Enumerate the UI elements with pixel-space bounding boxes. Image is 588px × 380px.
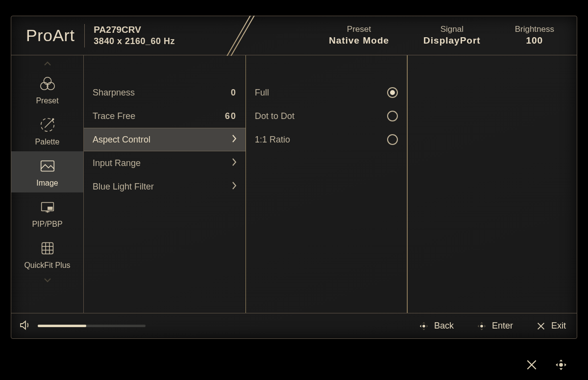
volume-slider[interactable] — [38, 325, 146, 327]
grid-icon — [38, 238, 57, 258]
setting-label: Sharpness — [93, 88, 215, 98]
settings-columns: Sharpness 0 Trace Free 60 Aspect Control… — [84, 55, 577, 313]
joystick-enter-icon — [476, 321, 487, 332]
option-1-1-ratio[interactable]: 1:1 Ratio — [246, 128, 407, 151]
setting-value: 60 — [215, 111, 237, 121]
radio-icon — [387, 134, 398, 145]
sidebar-item-label: Image — [36, 179, 58, 188]
osd-body: Preset Palette Image PIP/PBP — [11, 55, 577, 313]
setting-input-range[interactable]: Input Range — [84, 151, 245, 175]
header-divider — [84, 24, 85, 48]
enter-button[interactable]: Enter — [476, 321, 513, 332]
close-icon — [536, 321, 546, 332]
status-label: Preset — [347, 24, 371, 35]
option-label: Full — [255, 88, 387, 98]
chevron-up-icon — [44, 61, 51, 66]
status-label: Brightness — [515, 24, 554, 35]
sidebar-scroll-down[interactable] — [11, 275, 83, 285]
chevron-down-icon — [44, 278, 51, 283]
joystick-back-icon — [418, 321, 429, 332]
back-button[interactable]: Back — [418, 321, 454, 332]
sidebar-item-image[interactable]: Image — [11, 151, 83, 192]
close-icon — [525, 358, 538, 371]
settings-list: Sharpness 0 Trace Free 60 Aspect Control… — [84, 55, 245, 313]
model-name: PA279CRV — [94, 24, 175, 36]
chevron-right-icon — [225, 182, 237, 192]
setting-trace-free[interactable]: Trace Free 60 — [84, 104, 245, 128]
model-info: PA279CRV 3840 x 2160_60 Hz — [94, 24, 175, 47]
svg-rect-5 — [41, 161, 54, 171]
setting-label: Blue Light Filter — [93, 182, 225, 192]
model-resolution: 3840 x 2160_60 Hz — [94, 36, 175, 47]
setting-value: 0 — [215, 88, 237, 98]
button-label: Enter — [492, 321, 513, 331]
svg-point-11 — [559, 363, 563, 367]
status-brightness: Brightness 100 — [515, 24, 554, 47]
detail-column — [407, 55, 577, 313]
joystick-icon — [555, 358, 567, 371]
hardware-overlay — [525, 358, 567, 373]
svg-rect-8 — [42, 243, 53, 254]
sidebar-item-pip-pbp[interactable]: PIP/PBP — [11, 192, 83, 234]
setting-label: Input Range — [93, 158, 225, 168]
status-value: Native Mode — [329, 35, 389, 47]
header-bar: ProArt PA279CRV 3840 x 2160_60 Hz Preset… — [11, 16, 577, 55]
sidebar-item-quickfit[interactable]: QuickFit Plus — [11, 234, 83, 275]
option-dot-to-dot[interactable]: Dot to Dot — [246, 104, 407, 128]
hw-joystick-button[interactable] — [555, 358, 567, 373]
sidebar-item-label: Preset — [36, 96, 58, 105]
status-signal: Signal DisplayPort — [423, 24, 481, 47]
radio-selected-icon — [387, 87, 398, 98]
chevron-right-icon — [225, 158, 237, 168]
button-label: Back — [434, 321, 454, 331]
volume-icon[interactable] — [19, 319, 31, 333]
svg-rect-7 — [48, 207, 52, 210]
svg-point-0 — [44, 77, 51, 85]
option-label: 1:1 Ratio — [255, 135, 387, 145]
decorative-stripe — [212, 16, 271, 56]
volume-fill — [38, 325, 86, 327]
setting-label: Trace Free — [93, 111, 215, 121]
svg-point-9 — [422, 325, 425, 328]
sidebar-item-preset[interactable]: Preset — [11, 69, 83, 110]
svg-point-10 — [480, 325, 483, 328]
sidebar-scroll-up[interactable] — [11, 58, 83, 69]
sidebar-item-label: Palette — [35, 138, 60, 146]
sidebar-item-label: PIP/PBP — [32, 220, 62, 229]
pip-icon — [38, 197, 57, 217]
option-label: Dot to Dot — [255, 111, 387, 121]
status-value: DisplayPort — [423, 35, 481, 47]
svg-point-4 — [52, 119, 54, 120]
hw-close-button[interactable] — [525, 358, 538, 373]
image-icon — [38, 156, 57, 176]
footer-bar: Back Enter Exit — [11, 313, 577, 338]
sidebar: Preset Palette Image PIP/PBP — [11, 55, 84, 313]
chevron-right-icon — [225, 135, 237, 145]
footer-buttons: Back Enter Exit — [418, 321, 566, 332]
brand-logo: ProArt — [26, 26, 74, 45]
setting-sharpness[interactable]: Sharpness 0 — [84, 81, 245, 104]
osd-window: ProArt PA279CRV 3840 x 2160_60 Hz Preset… — [11, 16, 577, 339]
preset-icon — [38, 74, 57, 94]
options-list: Full Dot to Dot 1:1 Ratio — [245, 55, 407, 313]
button-label: Exit — [551, 321, 566, 331]
status-value: 100 — [526, 35, 543, 47]
exit-button[interactable]: Exit — [536, 321, 566, 332]
setting-label: Aspect Control — [93, 135, 225, 145]
setting-aspect-control[interactable]: Aspect Control — [84, 128, 245, 151]
status-preset: Preset Native Mode — [329, 24, 389, 47]
sidebar-item-palette[interactable]: Palette — [11, 110, 83, 151]
option-full[interactable]: Full — [246, 81, 407, 104]
header-status: Preset Native Mode Signal DisplayPort Br… — [329, 24, 564, 47]
status-label: Signal — [441, 24, 464, 35]
radio-icon — [387, 111, 398, 121]
palette-icon — [38, 115, 57, 135]
setting-blue-light-filter[interactable]: Blue Light Filter — [84, 175, 245, 198]
sidebar-item-label: QuickFit Plus — [24, 261, 70, 270]
